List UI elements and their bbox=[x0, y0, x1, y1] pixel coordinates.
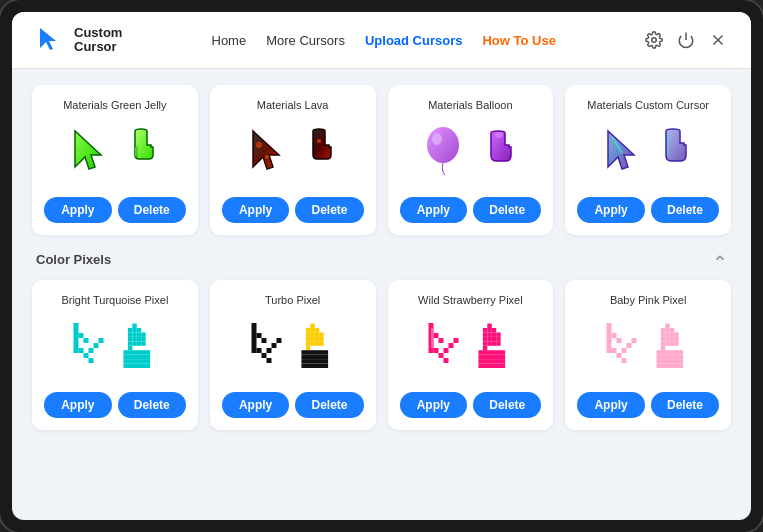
color-pixels-collapse-button[interactable] bbox=[713, 251, 727, 268]
card-turquoise-pixel: Bright Turquoise Pixel bbox=[32, 280, 198, 430]
svg-rect-138 bbox=[661, 332, 665, 336]
svg-rect-120 bbox=[479, 355, 506, 359]
delete-button-green-jelly[interactable]: Delete bbox=[118, 197, 186, 223]
apply-button-balloon[interactable]: Apply bbox=[400, 197, 468, 223]
svg-rect-121 bbox=[479, 359, 506, 363]
turbo-arrow-icon bbox=[249, 323, 289, 373]
delete-button-custom-cursor[interactable]: Delete bbox=[651, 197, 719, 223]
svg-rect-56 bbox=[251, 343, 256, 348]
svg-rect-27 bbox=[93, 343, 98, 348]
svg-rect-105 bbox=[483, 341, 487, 345]
svg-rect-104 bbox=[483, 337, 487, 341]
svg-rect-65 bbox=[261, 338, 266, 343]
nav-upload-cursors[interactable]: Upload Cursors bbox=[365, 33, 463, 48]
device-frame: Custom Cursor Home More Cursors Upload C… bbox=[0, 0, 763, 532]
card-title-turquoise-pixel: Bright Turquoise Pixel bbox=[61, 294, 168, 306]
svg-rect-71 bbox=[310, 324, 314, 328]
svg-rect-119 bbox=[479, 350, 506, 354]
apply-button-turquoise-pixel[interactable]: Apply bbox=[44, 392, 112, 418]
apply-button-green-jelly[interactable]: Apply bbox=[44, 197, 112, 223]
strawberry-hand-icon bbox=[474, 323, 514, 373]
svg-rect-38 bbox=[132, 332, 136, 336]
logo: Custom Cursor bbox=[36, 24, 122, 56]
svg-rect-124 bbox=[607, 328, 612, 333]
apply-button-pink-pixel[interactable]: Apply bbox=[577, 392, 645, 418]
svg-rect-37 bbox=[132, 328, 136, 332]
card-strawberry-pixel: Wild Strawberry Pixel bbox=[388, 280, 554, 430]
svg-rect-152 bbox=[674, 337, 678, 341]
svg-rect-29 bbox=[78, 333, 83, 338]
cursor-images-lava bbox=[247, 121, 339, 185]
svg-rect-145 bbox=[665, 337, 669, 341]
svg-rect-53 bbox=[251, 328, 256, 333]
svg-rect-85 bbox=[301, 359, 328, 363]
svg-rect-72 bbox=[310, 328, 314, 332]
logo-line1: Custom bbox=[74, 26, 122, 40]
card-buttons-green-jelly: Apply Delete bbox=[44, 197, 186, 223]
svg-rect-79 bbox=[314, 341, 318, 345]
apply-button-strawberry-pixel[interactable]: Apply bbox=[400, 392, 468, 418]
svg-rect-81 bbox=[319, 337, 323, 341]
cursor-images-custom-cursor bbox=[602, 121, 694, 185]
delete-button-pink-pixel[interactable]: Delete bbox=[651, 392, 719, 418]
delete-button-turquoise-pixel[interactable]: Delete bbox=[118, 392, 186, 418]
svg-rect-101 bbox=[431, 328, 434, 348]
card-custom-cursor: Materials Custom Cursor bbox=[565, 85, 731, 235]
svg-rect-93 bbox=[434, 348, 439, 353]
gear-icon bbox=[645, 31, 663, 49]
svg-rect-42 bbox=[137, 332, 141, 336]
svg-rect-66 bbox=[306, 328, 310, 332]
svg-rect-69 bbox=[306, 341, 310, 345]
header: Custom Cursor Home More Cursors Upload C… bbox=[12, 12, 751, 69]
svg-rect-67 bbox=[306, 332, 310, 336]
svg-rect-49 bbox=[123, 355, 150, 359]
svg-rect-45 bbox=[141, 332, 145, 336]
svg-rect-43 bbox=[137, 337, 141, 341]
logo-line2: Cursor bbox=[74, 40, 122, 54]
apply-button-lava[interactable]: Apply bbox=[222, 197, 290, 223]
svg-rect-154 bbox=[657, 350, 684, 354]
nav-more-cursors[interactable]: More Cursors bbox=[266, 33, 345, 48]
apply-button-turbo-pixel[interactable]: Apply bbox=[222, 392, 290, 418]
delete-button-lava[interactable]: Delete bbox=[295, 197, 363, 223]
turbo-hand-icon bbox=[297, 323, 337, 373]
svg-point-9 bbox=[265, 155, 269, 159]
svg-rect-36 bbox=[132, 324, 136, 328]
svg-rect-54 bbox=[251, 333, 256, 338]
svg-rect-25 bbox=[88, 358, 93, 363]
svg-rect-60 bbox=[266, 358, 271, 363]
svg-rect-142 bbox=[665, 324, 669, 328]
card-title-green-jelly: Materials Green Jelly bbox=[63, 99, 166, 111]
card-title-lava: Materials Lava bbox=[257, 99, 329, 111]
settings-button[interactable] bbox=[645, 31, 663, 49]
card-lava: Materials Lava bbox=[210, 85, 376, 235]
pink-hand-icon bbox=[652, 323, 692, 373]
svg-rect-125 bbox=[607, 333, 612, 338]
nav-home[interactable]: Home bbox=[212, 33, 247, 48]
svg-rect-129 bbox=[612, 348, 617, 353]
card-buttons-custom-cursor: Apply Delete bbox=[577, 197, 719, 223]
svg-rect-115 bbox=[492, 341, 496, 345]
power-button[interactable] bbox=[677, 31, 695, 49]
apply-button-custom-cursor[interactable]: Apply bbox=[577, 197, 645, 223]
svg-rect-83 bbox=[301, 350, 328, 354]
svg-rect-20 bbox=[73, 338, 78, 343]
svg-rect-70 bbox=[306, 346, 310, 350]
delete-button-balloon[interactable]: Delete bbox=[473, 197, 541, 223]
svg-rect-6 bbox=[135, 147, 137, 157]
strawberry-arrow-icon bbox=[426, 323, 466, 373]
close-button[interactable] bbox=[709, 31, 727, 49]
nav-how-to-use[interactable]: How To Use bbox=[482, 33, 555, 48]
delete-button-turbo-pixel[interactable]: Delete bbox=[295, 392, 363, 418]
svg-rect-127 bbox=[607, 343, 612, 348]
lava-arrow-icon bbox=[247, 127, 291, 179]
svg-rect-48 bbox=[123, 350, 150, 354]
delete-button-strawberry-pixel[interactable]: Delete bbox=[473, 392, 541, 418]
svg-point-1 bbox=[652, 38, 657, 43]
card-green-jelly: Materials Green Jelly bbox=[32, 85, 198, 235]
svg-rect-118 bbox=[497, 341, 501, 345]
svg-rect-108 bbox=[488, 328, 492, 332]
svg-rect-80 bbox=[319, 332, 323, 336]
card-title-custom-cursor: Materials Custom Cursor bbox=[587, 99, 709, 111]
svg-rect-110 bbox=[488, 337, 492, 341]
